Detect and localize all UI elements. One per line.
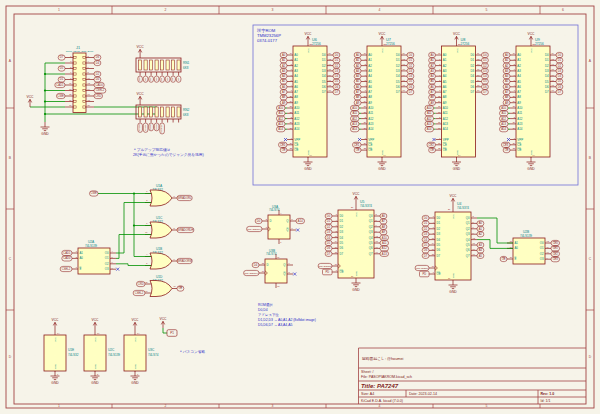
net-label-text: CSEL2 [96, 88, 105, 92]
note-line: D0,D4 [258, 308, 268, 312]
net-label-text: D2 [327, 225, 331, 229]
net-label-text: A0 [430, 53, 434, 57]
pin-name: D3 [470, 69, 474, 73]
schematic-canvas[interactable]: 123456 12345 ABCD ABCD 漢字ROM TMM23256P 0… [0, 0, 600, 414]
resistor [172, 107, 175, 117]
pin-name: Q1 [466, 221, 470, 225]
net-label-text: A14 [501, 127, 506, 131]
net-label[interactable]: CSEL2 [60, 266, 72, 271]
pin-name: A11 [368, 111, 373, 115]
net-label[interactable]: CAD1 [62, 250, 72, 255]
pin-name: A14 [368, 127, 374, 131]
net-label-text: CE3 [503, 143, 509, 147]
net-label-text: D3 [558, 69, 562, 73]
net-label-text: D4 [424, 238, 428, 242]
net-label-text: A14 [278, 127, 283, 131]
pin-name: D0 [340, 214, 344, 218]
net-label-text: A12 [427, 117, 432, 121]
vcc-label: VCC [52, 318, 60, 322]
pin-name: A10 [517, 106, 523, 110]
pin-name: A10 [368, 106, 374, 110]
pin-name: A9 [517, 101, 521, 105]
value-label: 74LS374 [360, 204, 372, 208]
pin-name: D [267, 263, 269, 267]
pin-name: D0 [545, 53, 549, 57]
pin-name: Q5 [466, 243, 470, 247]
pin-name: Q5 [369, 241, 373, 245]
pin-name: A0 [515, 246, 519, 250]
net-label-text: WRADORLH [178, 228, 194, 232]
pin-name: D3 [322, 69, 326, 73]
net-label-text: D2 [424, 227, 428, 231]
net-label[interactable]: WRADORLH [244, 270, 259, 275]
bypass-note[interactable]: ＊パスコン省略 [179, 349, 205, 354]
pin-name: D6 [545, 85, 549, 89]
net-label-text: CAD1 [63, 251, 71, 255]
value-label: 27256 [535, 42, 544, 46]
net-label-text: D3 [424, 232, 428, 236]
net-label-text: A1 [479, 227, 483, 231]
net-label-text: A7 [356, 90, 360, 94]
ref-label: U6 [312, 38, 317, 42]
id-field: Id: 1/1 [541, 399, 551, 403]
net-label-text: CE2 [429, 143, 435, 147]
net-label[interactable]: WRADORL [177, 195, 192, 200]
pin-name: Q4 [369, 236, 373, 240]
note-line: 2K(手元に無かったのでジャンク品を流用) [133, 152, 204, 157]
net-label-text: D6 [424, 248, 428, 252]
net-label-text: A7 [505, 90, 509, 94]
net-label[interactable]: WRADORLH [247, 226, 262, 231]
pin-name: D4 [340, 236, 344, 240]
resistor [161, 60, 164, 70]
pin-name: O0 [540, 241, 544, 245]
vcc-label: VCC [528, 32, 536, 36]
pin-name: D1 [437, 221, 441, 225]
net-label[interactable]: WRADORW [177, 258, 192, 263]
net-label-text: WRADORL [178, 196, 192, 200]
schematic-sheet[interactable]: 123456 12345 ABCD ABCD 漢字ROM TMM23256P 0… [0, 0, 600, 414]
net-label[interactable]: CAD1 [55, 82, 65, 87]
pin-name: D4 [545, 74, 549, 78]
net-label-text: CAD1 [56, 83, 64, 87]
net-label-text: A9 [282, 101, 286, 105]
note-line: ＊プルアップ抵抗値は [133, 147, 171, 152]
net-label-text: A5 [430, 79, 434, 83]
note-line: アドレス下位 [258, 313, 279, 317]
net-label-text: A11 [352, 111, 357, 115]
resistor [166, 107, 169, 117]
net-label-text: A4 [356, 74, 360, 78]
net-label-text: OE [282, 148, 286, 152]
net-label[interactable]: WRADORL [415, 265, 429, 270]
pin-name: D0 [396, 53, 400, 57]
net-label-text: D6 [483, 85, 487, 89]
net-label[interactable]: CAD0 [62, 256, 72, 261]
net-label-text: D0 [96, 77, 100, 81]
pin-name: A6 [443, 85, 447, 89]
net-label-text: A1 [282, 58, 286, 62]
vcc-label: VCC [305, 32, 313, 36]
pin-name: O2 [105, 262, 109, 266]
net-label[interactable]: CAD0 [94, 82, 104, 87]
net-label[interactable]: CWE [89, 191, 98, 196]
note-line: D1,D2,D3 → A0,A1,A2 (8x8dot image) [258, 318, 316, 322]
net-label[interactable]: CSEL2 [94, 88, 106, 93]
pin-name: A4 [443, 74, 447, 78]
net-label-text: WRADORLH [244, 272, 258, 275]
pin-name: A11 [517, 111, 522, 115]
pin-name: A5 [368, 80, 372, 84]
svg-text:3: 3 [272, 8, 274, 12]
pin-name: OE [517, 148, 521, 152]
net-label[interactable]: CWE [56, 93, 65, 98]
pin-name: A6 [368, 85, 372, 89]
pin-name: A2 [443, 64, 447, 68]
net-label-text: D0 [483, 53, 487, 57]
note-line: ROM選択 [258, 302, 273, 307]
pin-name: O3 [540, 257, 544, 261]
net-label[interactable]: WRADORLH [177, 227, 194, 232]
pin-name: VPP [517, 138, 523, 142]
net-label-text: A7 [382, 219, 386, 223]
net-label[interactable]: CSEL2 [133, 290, 145, 295]
gnd-label: GND [41, 132, 49, 136]
pin-name: VCC [355, 212, 358, 217]
net-label[interactable]: WRADORW [318, 263, 332, 268]
